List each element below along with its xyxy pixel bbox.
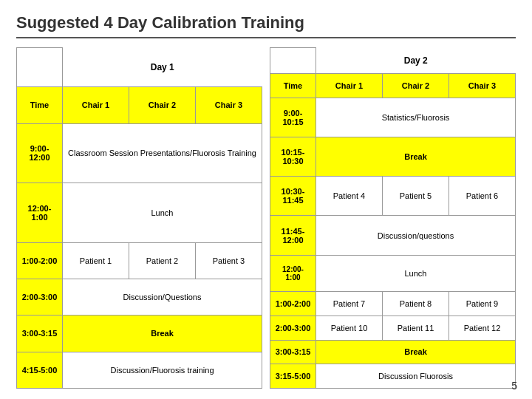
day2-table: Day 2 Time Chair 1 Chair 2 Chair 3 9:00-… (270, 47, 516, 389)
day1-discussion-content: Discussion/Questions (63, 279, 262, 315)
day2-row-lunch: 12:00-1:00 Lunch (270, 255, 516, 292)
day1-time-900-1200: 9:00-12:00 (17, 123, 63, 183)
day1-lunch-content: Lunch (63, 183, 262, 243)
day1-time-100-200: 1:00-2:00 (17, 242, 63, 279)
day2-row-patients101112: 2:00-3:00 Patient 10 Patient 11 Patient … (270, 316, 516, 341)
day2-time-100-200: 1:00-2:00 (270, 292, 316, 316)
day2-lunch-content: Lunch (316, 255, 516, 292)
day2-time-lunch: 12:00-1:00 (270, 255, 316, 292)
page-container: Suggested 4 Day Calibration Training Day… (0, 0, 532, 399)
day2-time-300-315: 3:00-3:15 (270, 340, 316, 364)
day1-time-col-header: Time (17, 87, 63, 123)
day2-fluorosis-content: Discussion Fluorosis (316, 364, 516, 389)
day2-time-315-500: 3:15-5:00 (270, 364, 316, 389)
day1-chair1-col-header: Chair 1 (63, 87, 129, 123)
day2-statistics-content: Statistics/Fluorosis (316, 98, 516, 137)
day1-header: Day 1 (63, 48, 262, 87)
day2-time-1015-1030: 10:15-10:30 (270, 137, 316, 177)
day2-patient9: Patient 9 (449, 292, 516, 316)
day1-col-header-row: Time Chair 1 Chair 2 Chair 3 (17, 87, 262, 123)
day1-row-lunch: 12:00-1:00 Lunch (17, 183, 262, 243)
day2-row-break1: 10:15-10:30 Break (270, 137, 516, 177)
day2-chair1-col-header: Chair 1 (316, 74, 383, 98)
day1-fluorosis-content: Discussion/Fluorosis training (63, 352, 262, 388)
day1-time-1200-100: 12:00-1:00 (17, 183, 63, 243)
day1-time-300-315: 3:00-3:15 (17, 316, 63, 352)
day1-patient3: Patient 3 (196, 242, 262, 279)
day1-patient1: Patient 1 (63, 242, 129, 279)
day1-table: Day 1 Time Chair 1 Chair 2 Chair 3 9:00-… (16, 47, 262, 389)
day2-time-900-1015: 9:00-10:15 (270, 98, 316, 137)
day1-break-content: Break (63, 316, 262, 352)
day2-row-statistics: 9:00-10:15 Statistics/Fluorosis (270, 98, 516, 137)
page-title: Suggested 4 Day Calibration Training (16, 13, 516, 38)
day1-time-415-500: 4:15-5:00 (17, 352, 63, 388)
day2-patient4: Patient 4 (316, 177, 383, 216)
day2-patient12: Patient 12 (449, 316, 516, 341)
tables-wrapper: Day 1 Time Chair 1 Chair 2 Chair 3 9:00-… (16, 47, 516, 389)
day2-break2-content: Break (316, 340, 516, 364)
day2-chair2-col-header: Chair 2 (383, 74, 449, 98)
day1-row-fluorosis: 4:15-5:00 Discussion/Fluorosis training (17, 352, 262, 388)
day2-time-col-header: Time (270, 74, 316, 98)
day2-patient10: Patient 10 (316, 316, 383, 341)
day1-row-discussion: 2:00-3:00 Discussion/Questions (17, 279, 262, 315)
day1-row-break: 3:00-3:15 Break (17, 316, 262, 352)
day1-header-row: Day 1 (17, 48, 262, 87)
day2-patient8: Patient 8 (383, 292, 449, 316)
page-number: 5 (511, 380, 517, 392)
day2-row-fluorosis: 3:15-5:00 Discussion Fluorosis (270, 364, 516, 389)
day2-patient6: Patient 6 (449, 177, 516, 216)
day1-corner (17, 48, 63, 87)
day2-corner (270, 48, 316, 74)
day2-header: Day 2 (316, 48, 516, 74)
day1-patient2: Patient 2 (129, 242, 196, 279)
day1-row-classroom: 9:00-12:00 Classroom Session Presentatio… (17, 123, 262, 183)
day2-patient5: Patient 5 (383, 177, 449, 216)
day2-row-discussion: 11:45-12:00 Discussion/questions (270, 216, 516, 255)
day2-row-patients789: 1:00-2:00 Patient 7 Patient 8 Patient 9 (270, 292, 516, 316)
day1-chair3-col-header: Chair 3 (196, 87, 262, 123)
day2-break1-content: Break (316, 137, 516, 177)
day2-row-break2: 3:00-3:15 Break (270, 340, 516, 364)
day1-time-200-300: 2:00-3:00 (17, 279, 63, 315)
day1-classroom-content: Classroom Session Presentations/Fluorosi… (63, 123, 262, 183)
day2-time-1145-1200: 11:45-12:00 (270, 216, 316, 255)
day2-chair3-col-header: Chair 3 (449, 74, 516, 98)
day1-chair2-col-header: Chair 2 (129, 87, 196, 123)
day2-discussion-content: Discussion/questions (316, 216, 516, 255)
day1-row-patients: 1:00-2:00 Patient 1 Patient 2 Patient 3 (17, 242, 262, 279)
day2-patient11: Patient 11 (383, 316, 449, 341)
day2-header-row: Day 2 (270, 48, 516, 74)
day2-col-header-row: Time Chair 1 Chair 2 Chair 3 (270, 74, 516, 98)
day2-time-1030-1145: 10:30-11:45 (270, 177, 316, 216)
day2-row-patients456: 10:30-11:45 Patient 4 Patient 5 Patient … (270, 177, 516, 216)
day2-time-200-300: 2:00-3:00 (270, 316, 316, 341)
day2-patient7: Patient 7 (316, 292, 383, 316)
